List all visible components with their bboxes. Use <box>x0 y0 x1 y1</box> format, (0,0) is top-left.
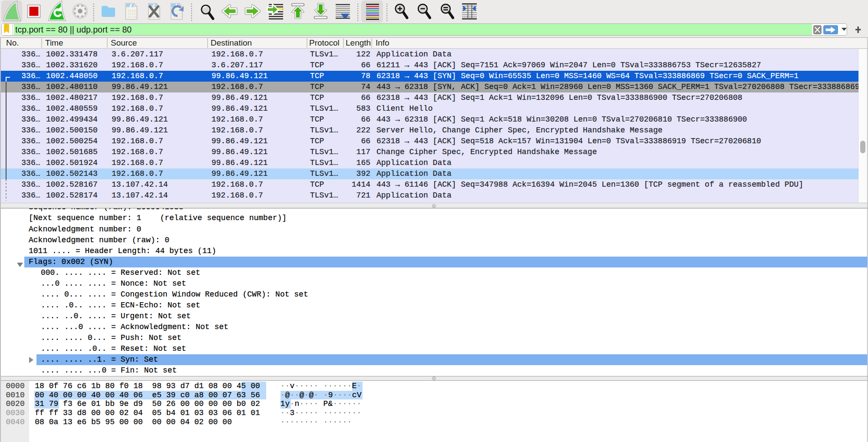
svg-text:01110: 01110 <box>128 15 137 19</box>
